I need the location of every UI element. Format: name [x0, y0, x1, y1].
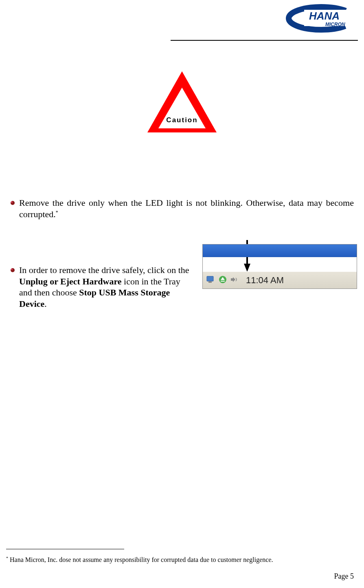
footnote-text: * Hana Micron, Inc. dose not assume any … [6, 556, 358, 564]
bullet-text-2: In order to remove the drive safely, cli… [19, 265, 189, 309]
window-titlebar [203, 244, 357, 257]
header-rule [171, 40, 358, 41]
caution-sign: Caution [6, 69, 358, 136]
svg-marker-16 [233, 277, 235, 282]
bullet-icon [10, 200, 15, 207]
svg-rect-15 [231, 278, 233, 281]
svg-point-4 [11, 201, 15, 205]
logo-sub-text: MICRON [325, 22, 345, 27]
bullet-item-1: Remove the drive only when the LED light… [10, 197, 354, 220]
footnote-rule [6, 549, 124, 549]
brand-logo: HANA MICRON [285, 4, 358, 33]
svg-rect-10 [207, 276, 213, 281]
svg-point-6 [11, 268, 15, 272]
tray-clock: 11:04 AM [246, 275, 284, 286]
display-tray-icon [206, 275, 216, 286]
logo-brand-text: HANA [309, 10, 340, 22]
eject-hardware-tray-icon [218, 275, 227, 286]
svg-point-7 [11, 269, 13, 270]
document-page: HANA MICRON Caution Remove the drive onl… [0, 0, 364, 588]
page-number: Page 5 [334, 572, 354, 581]
bullet-icon [10, 267, 15, 274]
svg-rect-14 [221, 281, 225, 282]
volume-tray-icon [230, 275, 239, 286]
svg-point-5 [11, 201, 13, 203]
page-header: HANA MICRON [6, 4, 358, 41]
system-tray: 11:04 AM [203, 271, 357, 288]
bullet-item-2: In order to remove the drive safely, cli… [10, 264, 354, 309]
caution-triangle-icon: Caution [145, 69, 219, 134]
bullet-text-1: Remove the drive only when the LED light… [19, 197, 354, 220]
caution-label: Caution [166, 116, 197, 124]
svg-rect-11 [208, 281, 212, 283]
content-area: Remove the drive only when the LED light… [6, 197, 358, 309]
taskbar-screenshot: 11:04 AM [202, 244, 357, 289]
